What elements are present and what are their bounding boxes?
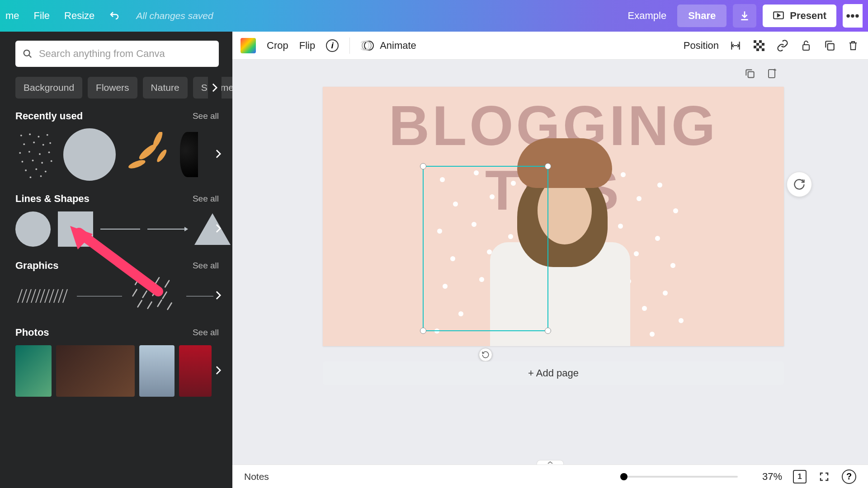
bottom-bar: Notes 37% 1 ?	[232, 465, 868, 488]
spacing-button[interactable]	[729, 39, 742, 52]
svg-line-36	[54, 289, 58, 303]
recently-scroll-right[interactable]	[215, 149, 222, 160]
chips-scroll-right[interactable]	[208, 76, 222, 99]
graphic-line-2[interactable]	[186, 296, 213, 296]
page-controls	[744, 68, 778, 81]
photos-scroll-right[interactable]	[215, 365, 222, 376]
resize-handle-sw[interactable]	[420, 328, 426, 334]
present-button[interactable]: Present	[763, 5, 836, 27]
zoom-slider-thumb[interactable]	[620, 473, 627, 480]
duplicate-page-button[interactable]	[744, 68, 756, 81]
add-page-icon-button[interactable]	[767, 68, 778, 81]
chip-background[interactable]: Background	[15, 77, 82, 99]
flip-button[interactable]: Flip	[299, 40, 315, 52]
graphic-hatch-1[interactable]	[15, 287, 70, 305]
zoom-slider[interactable]	[620, 476, 738, 478]
more-button[interactable]: •••	[843, 4, 863, 28]
menu-home[interactable]: me	[5, 10, 19, 22]
selection-box[interactable]	[423, 166, 548, 331]
resize-handle-nw[interactable]	[420, 163, 426, 169]
svg-line-42	[165, 281, 169, 287]
more-icon: •••	[846, 9, 859, 23]
hatch-icon	[15, 287, 70, 305]
element-dots-texture[interactable]	[15, 130, 56, 179]
canvas-viewport[interactable]: BLOGGING TIPS	[232, 60, 868, 465]
shape-line[interactable]	[100, 229, 140, 230]
photo-thumb-4[interactable]	[179, 345, 212, 397]
add-page-icon	[767, 68, 778, 80]
animate-button[interactable]: Animate	[361, 39, 416, 52]
lines-scroll-right[interactable]	[215, 224, 222, 235]
rotate-handle[interactable]	[479, 348, 492, 361]
see-all-recently[interactable]: See all	[193, 111, 219, 121]
share-button[interactable]: Share	[677, 5, 726, 27]
fullscreen-button[interactable]	[817, 470, 831, 483]
shape-circle[interactable]	[15, 211, 51, 247]
link-button[interactable]	[776, 39, 789, 52]
search-input[interactable]	[39, 48, 212, 60]
notes-expand-handle[interactable]	[537, 460, 564, 465]
trash-icon	[848, 40, 859, 52]
delete-button[interactable]	[846, 39, 860, 52]
transparency-button[interactable]	[752, 39, 766, 52]
svg-line-38	[63, 289, 67, 303]
photo-thumb-3[interactable]	[139, 345, 175, 397]
download-button[interactable]	[733, 4, 756, 28]
add-page-button[interactable]: + Add page	[323, 361, 784, 385]
svg-point-20	[45, 170, 47, 172]
section-title-lines: Lines & Shapes	[15, 193, 90, 205]
svg-point-3	[29, 133, 31, 135]
lines-shapes-row	[15, 211, 219, 247]
svg-point-18	[25, 169, 27, 171]
page-indicator[interactable]: 1	[793, 470, 807, 483]
shape-square[interactable]	[58, 211, 93, 247]
see-all-graphics[interactable]: See all	[193, 261, 219, 271]
zoom-level[interactable]: 37%	[762, 471, 782, 483]
section-lines-header: Lines & Shapes See all	[15, 193, 219, 205]
graphic-thin-line[interactable]	[77, 296, 122, 296]
undo-icon[interactable]	[109, 10, 120, 21]
resize-handle-ne[interactable]	[545, 163, 551, 169]
element-circle[interactable]	[63, 128, 116, 181]
chip-nature[interactable]: Nature	[143, 77, 188, 99]
photo-thumb-1[interactable]	[15, 345, 52, 397]
resize-handle-se[interactable]	[545, 328, 551, 334]
help-button[interactable]: ?	[842, 469, 856, 484]
shape-arrow-line[interactable]	[147, 229, 187, 230]
svg-point-2	[20, 134, 22, 136]
element-burst[interactable]	[123, 132, 173, 177]
menu-resize[interactable]: Resize	[64, 10, 94, 22]
info-button[interactable]: i	[326, 39, 339, 52]
chevron-right-icon	[215, 149, 222, 159]
element-dark-swirl[interactable]	[180, 132, 198, 177]
canvas-page[interactable]: BLOGGING TIPS	[323, 87, 784, 346]
graphics-row	[15, 278, 219, 314]
color-picker[interactable]	[241, 38, 256, 53]
duplicate-icon	[824, 40, 835, 52]
regenerate-button[interactable]	[787, 172, 812, 197]
svg-point-1	[24, 50, 30, 56]
graphics-scroll-right[interactable]	[215, 291, 222, 302]
section-title-recently: Recently used	[15, 110, 83, 122]
doc-title[interactable]: Example	[628, 10, 667, 22]
svg-point-17	[51, 160, 52, 162]
chip-flowers[interactable]: Flowers	[88, 77, 137, 99]
svg-line-35	[49, 289, 54, 303]
crop-button[interactable]: Crop	[267, 40, 288, 52]
svg-line-30	[27, 289, 31, 303]
notes-button[interactable]: Notes	[244, 471, 269, 482]
see-all-lines[interactable]: See all	[193, 194, 219, 204]
graphic-rain-dashes[interactable]	[129, 276, 179, 316]
see-all-photos[interactable]: See all	[193, 328, 219, 338]
position-button[interactable]: Position	[684, 40, 719, 52]
svg-rect-56	[759, 40, 762, 43]
duplicate-button[interactable]	[823, 39, 836, 52]
shape-triangle[interactable]	[194, 213, 231, 245]
svg-rect-60	[759, 46, 762, 48]
menu-file[interactable]: File	[34, 10, 50, 22]
search-field[interactable]	[15, 41, 219, 67]
photo-thumb-2[interactable]	[56, 345, 135, 397]
section-recently-used-header: Recently used See all	[15, 110, 219, 122]
lock-button[interactable]	[799, 39, 813, 52]
rotate-icon	[481, 351, 490, 359]
